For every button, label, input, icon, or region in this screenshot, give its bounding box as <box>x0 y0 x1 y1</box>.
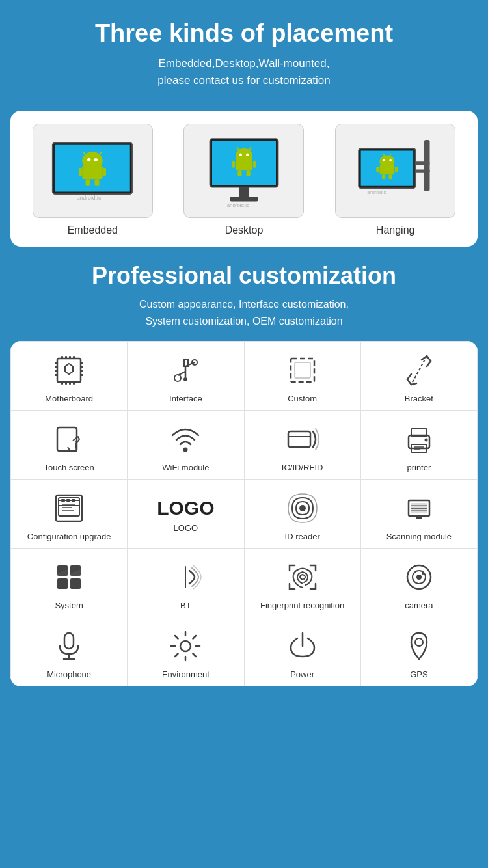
svg-rect-48 <box>55 370 57 372</box>
svg-rect-57 <box>73 356 75 359</box>
rfid-icon <box>283 420 322 459</box>
power-label: Power <box>290 670 314 679</box>
svg-point-113 <box>180 641 191 651</box>
bracket-label: Bracket <box>405 394 433 403</box>
cell-interface: Interface <box>128 342 244 411</box>
desktop-label: Desktop <box>225 224 264 236</box>
svg-point-92 <box>299 505 306 511</box>
placement-title: Three kinds of placement <box>13 20 475 47</box>
svg-rect-75 <box>288 431 310 447</box>
svg-rect-56 <box>69 356 71 359</box>
table-row: Configuration upgrade LOGO LOGO <box>11 480 478 549</box>
placement-embedded: android.ic Embedded <box>27 124 157 236</box>
cell-idreader: ID reader <box>244 480 360 549</box>
cell-printer: printer <box>360 411 477 480</box>
cell-system: System <box>11 549 128 617</box>
svg-rect-16 <box>236 159 252 170</box>
cell-scan: Scanning module <box>360 480 477 549</box>
svg-rect-10 <box>86 179 90 186</box>
scan-icon <box>400 489 439 528</box>
environment-icon <box>166 627 205 666</box>
bracket-icon <box>400 351 439 390</box>
bt-icon <box>166 558 205 597</box>
cell-camera: camera <box>360 549 477 617</box>
placement-subtitle: Embedded,Desktop,Wall-mounted,please con… <box>13 55 475 88</box>
svg-point-35 <box>383 159 385 161</box>
svg-marker-45 <box>65 364 73 374</box>
custom-icon <box>283 351 322 390</box>
placement-hanging: android.ic Hanging <box>331 124 461 236</box>
power-icon <box>283 627 322 666</box>
camera-label: camera <box>405 601 433 610</box>
top-section: Three kinds of placement Embedded,Deskto… <box>0 0 488 102</box>
customization-title: Professional customization <box>13 262 475 290</box>
svg-point-18 <box>246 153 249 156</box>
svg-rect-50 <box>81 362 83 364</box>
placement-card: android.ic Embedded <box>10 111 478 247</box>
svg-text:android.ic: android.ic <box>227 202 249 208</box>
svg-rect-44 <box>57 359 81 382</box>
customization-grid: Motherboard <box>10 341 478 686</box>
svg-rect-90 <box>66 499 70 502</box>
svg-rect-53 <box>81 374 83 376</box>
config-label: Configuration upgrade <box>27 532 111 541</box>
svg-rect-102 <box>70 578 81 589</box>
customization-subtitle: Custom appearance, Interface customizati… <box>13 296 475 329</box>
mid-section: Professional customization Custom appear… <box>0 247 488 341</box>
cell-config: Configuration upgrade <box>11 480 128 549</box>
logo-label: LOGO <box>174 523 198 533</box>
svg-point-4 <box>87 157 90 161</box>
wifi-icon <box>166 420 205 459</box>
motherboard-label: Motherboard <box>45 394 93 403</box>
svg-rect-34 <box>379 165 394 174</box>
svg-rect-24 <box>246 170 250 176</box>
printer-label: printer <box>407 463 431 472</box>
table-row: Touch screen WiFi module <box>11 411 478 480</box>
cell-rfid: IC/ID/RFID <box>244 411 360 480</box>
usb-icon <box>166 351 205 390</box>
svg-text:android.ic: android.ic <box>367 190 387 195</box>
svg-rect-101 <box>57 578 68 589</box>
idreader-icon <box>283 489 322 528</box>
svg-rect-70 <box>295 362 310 378</box>
svg-line-119 <box>193 654 197 657</box>
svg-point-123 <box>415 638 423 646</box>
svg-rect-3 <box>83 165 103 179</box>
motherboard-icon <box>49 351 88 390</box>
svg-rect-41 <box>382 174 385 179</box>
bt-label: BT <box>180 601 191 610</box>
svg-rect-46 <box>55 362 57 364</box>
svg-rect-25 <box>239 187 249 197</box>
svg-line-120 <box>193 636 197 639</box>
svg-rect-8 <box>79 167 82 175</box>
cell-fingerprint: Fingerprint recognition <box>244 549 360 617</box>
svg-rect-58 <box>61 382 63 385</box>
svg-point-82 <box>424 439 427 442</box>
svg-rect-61 <box>73 382 75 385</box>
svg-rect-40 <box>395 167 398 172</box>
idreader-label: ID reader <box>285 532 320 541</box>
gps-icon <box>400 627 439 666</box>
svg-rect-98 <box>416 516 422 519</box>
config-icon <box>49 489 88 528</box>
printer-icon <box>400 420 439 459</box>
custom-label: Custom <box>288 394 317 403</box>
cell-environment: Environment <box>128 617 244 686</box>
wifi-label: WiFi module <box>162 463 209 472</box>
cell-custom: Custom <box>244 342 360 411</box>
system-label: System <box>55 601 83 610</box>
table-row: Motherboard <box>11 342 478 411</box>
gps-label: GPS <box>410 670 427 679</box>
interface-label: Interface <box>169 394 202 403</box>
svg-point-17 <box>239 153 242 156</box>
svg-rect-9 <box>103 167 106 175</box>
table-row: Microphone <box>11 617 478 686</box>
svg-rect-47 <box>55 366 57 368</box>
svg-rect-55 <box>65 356 67 359</box>
environment-label: Environment <box>162 670 210 679</box>
svg-line-71 <box>411 356 427 385</box>
svg-point-108 <box>416 575 422 580</box>
cell-wifi: WiFi module <box>128 411 244 480</box>
mic-label: Microphone <box>47 670 91 679</box>
desktop-image: android.ic <box>183 124 304 218</box>
